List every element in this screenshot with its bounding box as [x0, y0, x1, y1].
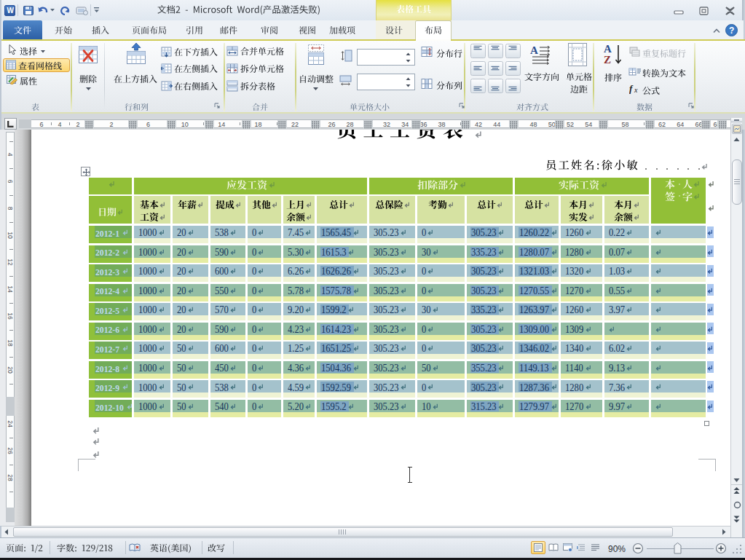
svg-text:A: A	[604, 43, 612, 55]
svg-text:A: A	[530, 44, 538, 56]
svg-text:f: f	[629, 83, 634, 94]
svg-text:x: x	[634, 86, 638, 94]
svg-text:Z: Z	[604, 54, 611, 66]
svg-text:?: ?	[729, 25, 734, 36]
